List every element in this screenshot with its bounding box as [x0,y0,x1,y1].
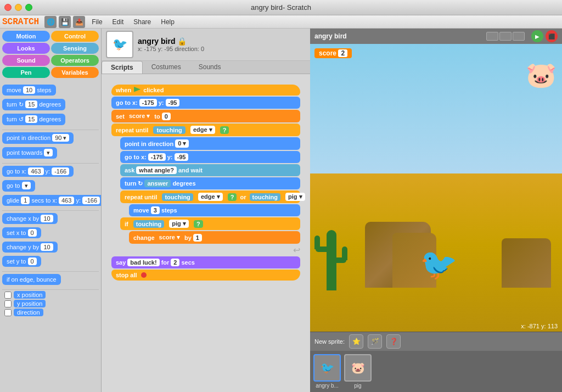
block-goto-xy[interactable]: go to x: 463 y: -166 [2,166,74,177]
flag-icon [134,87,140,93]
block-if-edge-bounce[interactable]: if on edge, bounce [2,274,61,285]
block-turn-right[interactable]: turn ↻ 15 degrees [2,99,65,110]
window-title: angry bird- Scratch [251,3,311,12]
stage-size-btn-2[interactable] [499,32,512,41]
tab-costumes[interactable]: Costumes [143,61,190,74]
check-x[interactable] [4,292,12,299]
cat-control[interactable]: Control [51,31,99,42]
block-go-to-xy[interactable]: go to x: -175 y: -95 [111,97,300,109]
cat-variables[interactable]: Variables [51,67,99,78]
flag-symbol: ▶ [535,33,539,40]
sprite-coords: x: -175 y: -95 direction: 0 [138,46,306,52]
block-point-direction-0[interactable]: point in direction 0 ▾ [120,137,300,150]
script-area[interactable]: when clicked go to x: -175 y: -95 set sc… [102,74,310,392]
check-dir[interactable] [4,309,12,316]
sprite-thumbnail: 🐦 [106,31,133,58]
scripts-container: when clicked go to x: -175 y: -95 set sc… [107,80,305,286]
block-list: move 10 steps turn ↻ 15 degrees turn ↺ 1… [0,80,101,392]
block-move[interactable]: move 10 steps [2,85,56,96]
block-change-score[interactable]: change score ▾ by 1 [129,231,300,244]
block-set-x[interactable]: set x to 0 [2,227,41,238]
block-move-3[interactable]: move 3 steps [129,204,300,216]
block-when-flag-clicked[interactable]: when clicked [111,85,300,96]
score-label: score [319,49,336,57]
menu-file[interactable]: File [87,17,106,27]
sprite-item-angry-bird[interactable]: 🐦 angry b... [313,354,341,389]
block-point-towards[interactable]: point towards ▾ [2,147,57,159]
add-sprite-upload-button[interactable]: ❓ [386,334,401,349]
globe-icon[interactable]: 🌐 [44,16,57,28]
stage-header: angry bird ▶ ⬛ [310,29,562,44]
menu-share[interactable]: Share [129,17,155,27]
checkbox-direction[interactable]: direction [4,309,97,316]
right-panel: angry bird ▶ ⬛ [310,29,562,392]
block-point-direction[interactable]: point in direction 90 ▾ [2,132,74,144]
stop-button[interactable]: ⬛ [546,30,558,42]
block-set-y[interactable]: set y to 0 [2,256,41,267]
new-sprite-label: New sprite: [314,338,345,345]
stage-size-btn-1[interactable] [486,32,498,41]
block-glide[interactable]: glide 1 secs to x: 463 y: -166 [2,195,101,206]
menu-edit[interactable]: Edit [108,17,128,27]
close-button[interactable] [4,4,12,11]
block-go-to-xy-2[interactable]: go to x: -175 y: -95 [120,151,300,163]
block-say[interactable]: say bad luck! for 2 secs [111,256,300,268]
sprite-header: 🐦 angry bird 🔒 x: -175 y: -95 direction:… [102,29,310,61]
add-sprite-wand-button[interactable]: 🪄 [368,334,382,349]
sprite-thumb-pig: 🐷 [344,354,372,382]
cat-pen[interactable]: Pen [2,67,50,78]
share-icon[interactable]: 📤 [73,16,85,28]
middle-panel: 🐦 angry bird 🔒 x: -175 y: -95 direction:… [102,29,310,392]
block-change-x[interactable]: change x by 10 [2,213,58,224]
stage-score: score 2 [314,48,352,58]
stage-controls: ▶ ⬛ [486,30,558,42]
check-y[interactable] [4,300,12,307]
checkbox-x-position[interactable]: x position [4,291,97,299]
cactus [327,230,336,290]
green-flag-button[interactable]: ▶ [531,30,543,42]
add-sprite-star-button[interactable]: ⭐ [349,334,363,349]
minimize-button[interactable] [15,4,22,11]
block-repeat-until-outer[interactable]: repeat until touching edge ▾ ? [111,124,300,136]
menu-help[interactable]: Help [156,17,179,27]
sprite-name: angry bird 🔒 [138,37,306,46]
sprite-info: angry bird 🔒 x: -175 y: -95 direction: 0 [138,37,306,52]
menubar: SCRATCH 🌐 💾 📤 File Edit Share Help [0,15,562,29]
sprites-bar: New sprite: ⭐ 🪄 ❓ [310,332,562,351]
block-turn-answer[interactable]: turn ↻ answer degrees [120,177,300,189]
cat-looks[interactable]: Looks [2,43,50,54]
save-icon[interactable]: 💾 [59,16,71,28]
cat-operators[interactable]: Operators [51,55,99,66]
titlebar: angry bird- Scratch [0,0,562,15]
block-if-touching-pig[interactable]: if touching pig ▾ ? [120,217,300,230]
tab-sounds[interactable]: Sounds [190,61,230,74]
tab-scripts[interactable]: Scripts [102,61,143,74]
maximize-button[interactable] [25,4,32,11]
sprite-thumb-angry-bird: 🐦 [313,354,341,382]
bracket-arrow: ↩ [111,245,300,255]
stage-canvas: 🐦 🐷 score 2 x: -871 y: 113 [310,44,562,332]
cat-motion[interactable]: Motion [2,31,50,42]
angry-bird-stage-sprite: 🐦 [420,247,458,282]
block-stop-all[interactable]: stop all [111,270,300,281]
stage-coordinates: x: -871 y: 113 [521,323,558,329]
block-change-y[interactable]: change y by 10 [2,242,58,253]
score-value: 2 [338,49,347,57]
pig-stage-sprite: 🐷 [526,60,557,89]
block-categories: Motion Control Looks Sensing Sound Opera… [0,29,101,80]
cat-sound[interactable]: Sound [2,55,50,66]
sprite-item-pig[interactable]: 🐷 pig [344,354,372,389]
block-repeat-until-inner[interactable]: repeat until touching edge ▾ ? or touchi… [120,191,300,203]
stage-fullscreen-btn[interactable] [513,32,525,41]
block-turn-left[interactable]: turn ↺ 15 degrees [2,114,65,125]
block-ask[interactable]: ask what angle? and wait [120,164,300,176]
checkbox-y-position[interactable]: y position [4,300,97,307]
stop-symbol: ⬛ [548,33,555,40]
sprite-thumbnails: 🐦 angry b... 🐷 pig [310,351,562,392]
block-set-score[interactable]: set score ▾ to 0 [111,110,300,122]
rock-3 [502,238,551,288]
sprite-name-angry-bird: angry b... [316,383,339,389]
block-goto[interactable]: go to ▾ [2,180,35,192]
cat-sensing[interactable]: Sensing [51,43,99,54]
stop-icon [141,272,147,278]
